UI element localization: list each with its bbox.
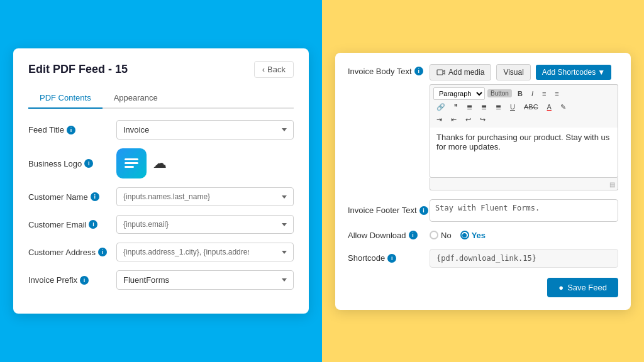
left-background: Edit PDF Feed - 15 ‹ Back PDF Contents A…: [0, 0, 322, 362]
italic-button[interactable]: I: [528, 89, 536, 99]
fluent-forms-logo: [116, 148, 147, 178]
add-media-button[interactable]: Add media: [430, 64, 491, 80]
shortcode-label: Shortcode i: [348, 253, 430, 263]
button-pill: Button: [487, 89, 512, 97]
radio-no[interactable]: No: [430, 231, 452, 240]
feed-title-label: Feed Title i: [28, 125, 116, 134]
chevron-down-icon: [282, 251, 287, 254]
customer-address-row: Customer Address i {inputs.address_1.cit…: [28, 243, 294, 261]
customer-name-label: Customer Name i: [28, 192, 116, 202]
invoice-footer-row: Invoice Footer Text i Stay with Fluent F…: [348, 199, 618, 222]
page-title: Edit PDF Feed - 15: [28, 63, 128, 76]
editor-topbar: Add media Visual Add Shortcodes ▼: [430, 64, 618, 80]
business-logo-info-icon[interactable]: i: [84, 159, 93, 168]
save-button-row: ● Save Feed: [348, 278, 618, 297]
customer-email-info-icon[interactable]: i: [89, 220, 97, 229]
undo-button[interactable]: ↩: [462, 114, 474, 125]
redo-button[interactable]: ↪: [477, 114, 489, 125]
radio-yes[interactable]: Yes: [460, 231, 486, 240]
editor-toolbar: Paragraph Button B I ≡ ≡ 🔗 ❞ ≣ ≣ ≣: [430, 84, 618, 128]
allow-download-row: Allow Download i No Yes: [348, 231, 618, 240]
svg-rect-1: [125, 162, 138, 164]
strikethrough-button[interactable]: ABC: [521, 102, 541, 112]
align-left-button[interactable]: ≣: [464, 102, 475, 112]
svg-rect-2: [125, 166, 134, 168]
invoice-body-label: Invoice Body Text i: [348, 64, 430, 76]
underline-button[interactable]: U: [507, 102, 518, 112]
logo-icons-container: ☁: [116, 148, 167, 178]
align-right-button[interactable]: ≣: [492, 102, 504, 112]
body-text-content: Thanks for purchasing our product. Stay …: [436, 133, 611, 151]
right-background: Invoice Body Text i Add media Visual: [322, 0, 644, 362]
toolbar-row-3: ⇥ ⇤ ↩ ↪: [433, 114, 614, 125]
invoice-prefix-info-icon[interactable]: i: [80, 276, 89, 285]
chevron-down-icon: ▼: [597, 68, 605, 77]
add-shortcodes-button[interactable]: Add Shortcodes ▼: [536, 65, 611, 80]
eraser-button[interactable]: ✎: [557, 102, 569, 112]
radio-yes-circle: [460, 231, 469, 239]
customer-name-info-icon[interactable]: i: [91, 192, 99, 201]
allow-download-label: Allow Download i: [348, 231, 430, 240]
customer-address-label: Customer Address i: [28, 248, 116, 257]
align-center-button[interactable]: ≣: [478, 102, 490, 112]
unordered-list-button[interactable]: ≡: [539, 89, 549, 99]
upload-icon[interactable]: ☁: [153, 155, 167, 172]
invoice-body-info-icon[interactable]: i: [414, 67, 423, 75]
chevron-left-icon: ‹: [262, 65, 265, 74]
feed-title-dropdown[interactable]: Invoice: [116, 120, 294, 140]
resize-handle: ▤: [430, 178, 618, 190]
link-button[interactable]: 🔗: [433, 102, 448, 112]
visual-tab[interactable]: Visual: [496, 64, 530, 80]
shortcode-display: {pdf.download_link.15}: [430, 249, 618, 268]
text-color-button[interactable]: A: [544, 102, 555, 112]
invoice-body-row: Invoice Body Text i Add media Visual: [348, 64, 618, 190]
customer-email-row: Customer Email i {inputs.email}: [28, 215, 294, 234]
right-card: Invoice Body Text i Add media Visual: [335, 53, 631, 310]
customer-name-dropdown[interactable]: {inputs.names.last_name}: [116, 187, 294, 206]
indent-button[interactable]: ⇥: [433, 114, 445, 125]
svg-rect-3: [437, 70, 443, 75]
wp-editor: Add media Visual Add Shortcodes ▼ Paragr…: [430, 64, 618, 190]
radio-no-label: No: [441, 231, 452, 240]
customer-name-row: Customer Name i {inputs.names.last_name}: [28, 187, 294, 206]
invoice-prefix-row: Invoice Prefix i FluentForms: [28, 270, 294, 290]
save-feed-button[interactable]: ● Save Feed: [547, 278, 618, 297]
invoice-footer-input[interactable]: Stay with Fluent Forms.: [430, 199, 618, 222]
chevron-down-icon: [282, 223, 287, 226]
shortcode-info-icon[interactable]: i: [387, 254, 396, 263]
allow-download-info-icon[interactable]: i: [409, 231, 418, 239]
feed-title-info-icon[interactable]: i: [67, 126, 75, 134]
ordered-list-button[interactable]: ≡: [552, 89, 562, 99]
tab-pdf-contents[interactable]: PDF Contents: [28, 88, 103, 109]
svg-rect-0: [125, 158, 138, 160]
invoice-footer-info-icon[interactable]: i: [419, 206, 428, 215]
save-icon: ●: [558, 283, 564, 292]
outdent-button[interactable]: ⇤: [448, 114, 460, 125]
bold-button[interactable]: B: [514, 89, 526, 99]
invoice-prefix-label: Invoice Prefix i: [28, 275, 116, 285]
blockquote-button[interactable]: ❞: [451, 102, 461, 112]
business-logo-row: Business Logo i ☁: [28, 148, 294, 178]
back-button[interactable]: ‹ Back: [254, 61, 294, 78]
customer-address-info-icon[interactable]: i: [98, 248, 107, 256]
editor-content-area[interactable]: Thanks for purchasing our product. Stay …: [430, 128, 618, 178]
toolbar-row-1: Paragraph Button B I ≡ ≡: [433, 87, 614, 100]
invoice-prefix-dropdown[interactable]: FluentForms: [116, 270, 294, 290]
invoice-footer-label: Invoice Footer Text i: [348, 206, 430, 215]
chevron-down-icon: [282, 195, 287, 199]
paragraph-select[interactable]: Paragraph: [433, 87, 485, 100]
tab-appearance[interactable]: Appearance: [103, 88, 169, 109]
customer-email-dropdown[interactable]: {inputs.email}: [116, 215, 294, 234]
media-icon: [436, 68, 445, 77]
customer-email-label: Customer Email i: [28, 220, 116, 229]
fluent-logo-svg: [123, 155, 140, 172]
radio-no-circle: [430, 231, 438, 239]
chevron-down-icon: [282, 128, 287, 131]
radio-yes-label: Yes: [472, 231, 486, 240]
feed-title-row: Feed Title i Invoice: [28, 120, 294, 140]
shortcode-row: Shortcode i {pdf.download_link.15}: [348, 249, 618, 268]
chevron-down-icon: [282, 278, 287, 282]
card-header: Edit PDF Feed - 15 ‹ Back: [28, 61, 294, 78]
customer-address-dropdown[interactable]: {inputs.address_1.city}, {inputs.address…: [116, 243, 294, 261]
left-card: Edit PDF Feed - 15 ‹ Back PDF Contents A…: [13, 48, 309, 314]
